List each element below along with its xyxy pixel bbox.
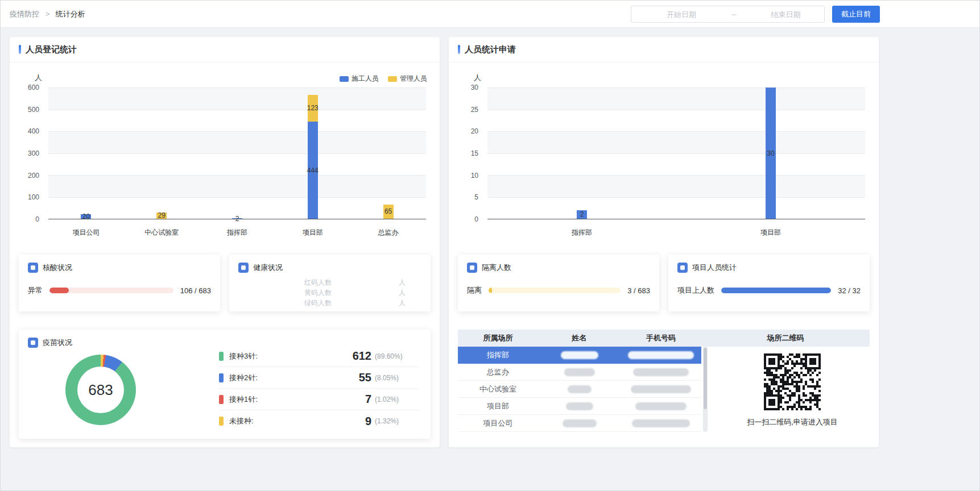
table-body: 指挥部总监办中心试验室项目部项目公司 扫一扫二维码,申请进入项目 — [458, 347, 870, 433]
bar-slot: 29 — [124, 88, 200, 219]
registration-cards-row: 核酸状况 异常 106 / 683 健康状况 红码人数人黄码人数人绿码人数人 — [19, 255, 431, 311]
nucleic-acid-card-head: 核酸状况 — [19, 255, 220, 273]
y-tick-label: 500 — [28, 106, 39, 114]
legend-item[interactable]: 施工人员 — [340, 74, 379, 84]
redacted-name — [568, 385, 592, 393]
y-tick-label: 100 — [28, 193, 39, 201]
vaccine-swatch-icon — [219, 395, 224, 404]
vaccine-legend-row: 接种3针:612(89.60%) — [219, 346, 419, 367]
scrollbar-thumb[interactable] — [704, 348, 707, 409]
vaccine-percent: (89.60%) — [375, 352, 419, 360]
vaccine-percent: (1.32%) — [375, 417, 419, 425]
redacted-name — [561, 351, 598, 359]
vaccine-percent: (1.02%) — [375, 396, 419, 403]
vaccine-dose-label: 未接种: — [229, 416, 254, 426]
nucleic-acid-card: 核酸状况 异常 106 / 683 — [19, 255, 220, 311]
health-code-row: 黄码人数人 — [229, 288, 431, 298]
nucleic-acid-title: 核酸状况 — [43, 263, 72, 273]
table-row[interactable]: 项目公司 — [458, 415, 701, 432]
y-tick-label: 5 — [474, 193, 478, 201]
vaccine-swatch-icon — [219, 352, 224, 361]
redacted-name — [563, 419, 597, 427]
table-row[interactable]: 项目部 — [458, 398, 701, 415]
y-tick-label: 25 — [471, 106, 478, 114]
bar-segment: 444 — [308, 122, 318, 219]
cell-name — [538, 419, 621, 427]
end-date-input[interactable] — [736, 10, 836, 19]
registration-panel-header: 人员登记统计 — [10, 37, 440, 63]
vaccine-legend-row: 未接种:9(1.32%) — [219, 410, 419, 432]
x-category-label: 指挥部 — [487, 228, 676, 238]
table-row[interactable]: 总监办 — [458, 364, 701, 381]
bar-stack: 123444 — [308, 88, 318, 219]
bar-stack: 20 — [81, 88, 91, 219]
health-code-rows: 红码人数人黄码人数人绿码人数人 — [229, 277, 431, 308]
panel-personnel-application: 人员统计申请 人051015202530230指挥部项目部 隔离人数 隔离 3 … — [449, 37, 879, 447]
bar-slot: 2 — [200, 88, 275, 219]
vaccine-percent: (8.05%) — [375, 374, 419, 382]
vaccine-dose-label: 接种1针: — [229, 394, 258, 405]
cell-name — [538, 368, 621, 376]
header-place: 所属场所 — [458, 333, 538, 343]
panel-personnel-registration: 人员登记统计 人施工人员管理人员010020030040050060020292… — [10, 37, 440, 447]
x-category-label: 项目公司 — [48, 228, 124, 238]
health-code-label: 绿码人数 — [304, 298, 332, 308]
isolation-card: 隔离人数 隔离 3 / 683 — [458, 255, 659, 311]
isolation-meter-row: 隔离 3 / 683 — [458, 285, 659, 296]
chart-legend: 施工人员管理人员 — [340, 74, 427, 84]
legend-item[interactable]: 管理人员 — [388, 74, 427, 84]
table-row[interactable]: 中心试验室 — [458, 381, 701, 398]
table-scrollbar[interactable] — [703, 347, 708, 432]
qr-area: 扫一扫二维码,申请进入项目 — [715, 347, 870, 433]
isolation-count: 3 / 683 — [627, 286, 650, 295]
health-code-unit: 人 — [399, 288, 406, 298]
project-progress-fill — [721, 288, 831, 293]
cell-phone — [621, 385, 701, 393]
project-personnel-title: 项目人员统计 — [692, 263, 737, 273]
bar-segment: 2 — [232, 218, 242, 219]
application-panel-header: 人员统计申请 — [449, 37, 879, 63]
bar-value-label: 2 — [235, 215, 239, 223]
isolation-card-head: 隔离人数 — [458, 255, 659, 273]
health-code-unit: 人 — [399, 277, 406, 288]
title-accent-bar — [19, 45, 21, 54]
health-code-label: 黄码人数 — [304, 288, 332, 298]
bar-segment: 123 — [308, 95, 318, 122]
vaccine-count: 55 — [335, 371, 371, 384]
x-axis-labels: 指挥部项目部 — [487, 228, 865, 238]
project-onsite-count: 32 / 32 — [838, 286, 861, 295]
isolation-progress-fill — [489, 288, 492, 293]
header-phone: 手机号码 — [621, 333, 701, 343]
start-date-input[interactable] — [631, 10, 731, 19]
breadcrumb-root[interactable]: 疫情防控 — [10, 10, 39, 18]
vaccine-dose-label: 接种2针: — [229, 373, 258, 383]
cell-phone — [621, 402, 701, 410]
nucleic-acid-icon — [28, 263, 38, 273]
bar-value-label: 123 — [307, 104, 319, 112]
vaccine-swatch-icon — [219, 417, 224, 426]
project-personnel-card-head: 项目人员统计 — [668, 255, 870, 273]
until-now-button[interactable]: 截止目前 — [832, 6, 880, 23]
vaccine-total-count: 683 — [65, 355, 136, 425]
cell-place: 总监办 — [458, 367, 538, 377]
y-axis-ticks: 0100200300400500600 — [19, 88, 44, 219]
x-category-label: 总监办 — [350, 228, 426, 238]
bar-value-label: 29 — [158, 211, 166, 219]
date-range-picker[interactable]: ~ — [631, 6, 825, 23]
table-row[interactable]: 指挥部 — [458, 347, 701, 364]
vaccine-count: 9 — [335, 415, 371, 428]
bar-stack: 2 — [577, 88, 587, 219]
redacted-phone — [628, 351, 694, 359]
isolation-icon — [467, 263, 477, 273]
cell-place: 指挥部 — [458, 350, 538, 360]
legend-swatch-icon — [340, 76, 349, 82]
bar-slot: 30 — [676, 88, 865, 219]
redacted-phone — [631, 385, 691, 393]
cell-place: 项目公司 — [458, 418, 538, 428]
y-axis-unit: 人 — [474, 73, 481, 83]
bar-slot: 20 — [48, 88, 124, 219]
y-tick-label: 0 — [35, 215, 39, 223]
isolation-title: 隔离人数 — [482, 263, 511, 273]
y-tick-label: 600 — [28, 84, 39, 91]
abnormal-progress-fill — [49, 288, 69, 293]
